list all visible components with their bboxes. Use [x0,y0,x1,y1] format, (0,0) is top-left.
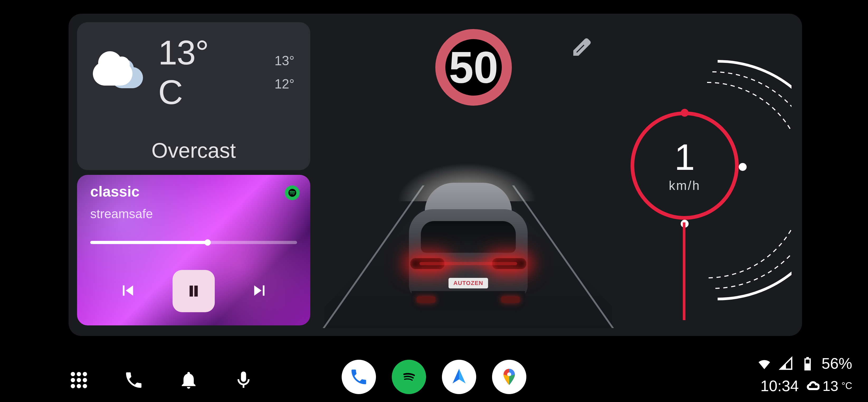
app-launcher-button[interactable] [69,370,89,392]
track-title: classic [90,183,140,200]
status-bar: 56% 10:34 13°C [757,354,852,395]
temperature-range: 13° 12° [274,53,294,92]
voice-assistant-button[interactable] [233,370,254,392]
svg-rect-10 [806,357,809,359]
speedometer: 1 km/h [628,46,792,315]
speed-value: 1 [674,139,695,176]
dock-app-spotify[interactable] [392,360,426,394]
status-temp-unit: °C [842,380,852,392]
svg-point-6 [71,384,75,388]
next-track-button[interactable] [249,280,270,302]
svg-point-3 [71,378,75,382]
weather-cloudy-icon [93,54,140,91]
license-plate: AUTOZEN [448,278,488,288]
dock-app-phone[interactable] [342,360,376,394]
dock-app-maps[interactable] [492,360,526,394]
speed-limit-value: 50 [449,42,498,93]
temperature-current: 13° C [158,33,232,112]
svg-point-2 [83,372,87,376]
pause-button[interactable] [173,270,215,312]
svg-point-4 [77,378,81,382]
speed-unit: km/h [669,178,701,193]
music-card[interactable]: classic streamsafe [77,175,310,325]
weather-card[interactable]: 13° C 13° 12° Overcast [77,22,310,170]
speed-gauge: 1 km/h [630,112,739,220]
status-temp-value: 13 [823,378,838,394]
battery-percent: 56% [822,354,852,372]
svg-point-0 [71,372,75,376]
svg-point-5 [83,378,87,382]
app-dock [342,360,526,394]
wifi-icon [757,356,772,371]
weather-condition: Overcast [93,138,294,163]
gauge-needle [683,222,685,320]
vehicle-model: AUTOZEN [396,177,541,320]
gauge-marker-top [681,109,689,117]
svg-point-1 [77,372,81,376]
svg-point-7 [77,384,81,388]
temperature-low: 12° [274,76,294,92]
cloud-icon [807,379,819,392]
playback-progress[interactable] [90,241,297,244]
battery-icon [800,356,815,371]
svg-point-8 [83,384,87,388]
track-artist: streamsafe [90,206,153,221]
temperature-high: 13° [274,53,294,68]
notifications-button[interactable] [178,370,199,392]
phone-button[interactable] [123,370,144,392]
gauge-marker-right [739,163,747,171]
speed-limit-sign: 50 [435,29,512,106]
dock-app-navigation[interactable] [442,360,476,394]
status-weather: 13°C [807,378,852,394]
edit-icon[interactable] [572,37,591,58]
clock: 10:34 [761,377,799,395]
spotify-icon [285,185,300,200]
system-nav [69,370,254,392]
previous-track-button[interactable] [118,280,138,302]
vehicle-view: AUTOZEN [324,127,612,331]
dashboard-panel: 13° C 13° 12° Overcast classic streamsaf… [69,14,802,336]
svg-rect-11 [806,364,810,369]
signal-icon [778,356,794,371]
